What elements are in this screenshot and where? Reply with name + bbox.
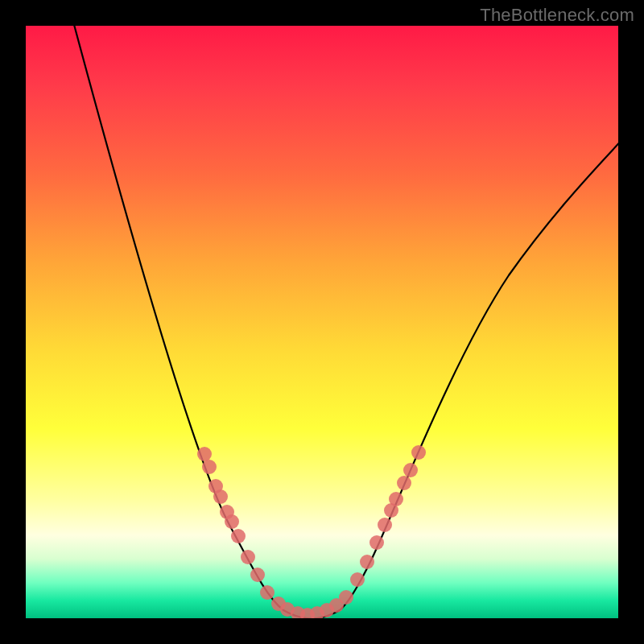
bottleneck-curve (70, 26, 618, 618)
data-point (250, 568, 265, 582)
data-point (197, 447, 212, 461)
data-point (339, 590, 353, 605)
data-point (397, 476, 411, 490)
data-point (241, 550, 255, 564)
chart-frame: TheBottleneck.com (0, 0, 644, 644)
curve-svg (26, 26, 618, 618)
data-point (411, 445, 426, 460)
data-point (225, 514, 239, 529)
data-point (213, 489, 228, 504)
data-point (360, 555, 374, 569)
data-point (260, 585, 275, 600)
watermark-text: TheBottleneck.com (480, 5, 634, 26)
data-point (231, 529, 246, 543)
plot-area (26, 26, 618, 618)
dots-right-cluster (350, 445, 426, 587)
data-point (350, 572, 365, 587)
data-point (369, 535, 384, 550)
data-point (389, 492, 403, 506)
data-point (403, 463, 418, 477)
dots-bottom-cluster (260, 585, 353, 618)
dots-left-cluster (197, 447, 265, 582)
data-point (378, 518, 392, 532)
data-point (202, 460, 217, 474)
